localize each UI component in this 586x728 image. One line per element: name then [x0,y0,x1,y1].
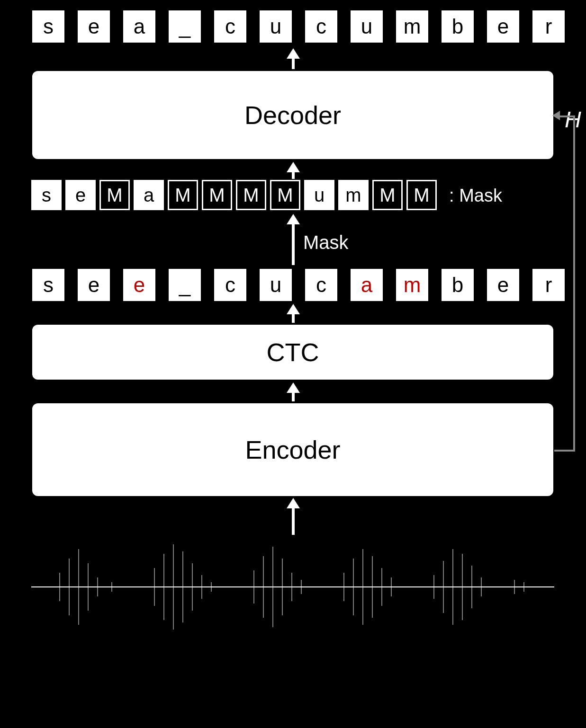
ctc-tok: c [304,268,338,302]
ctc-tok: s [31,268,65,302]
out-tok: m [395,9,429,44]
out-tok: s [31,9,65,44]
out-tok: e [77,9,111,44]
decoder-label: Decoder [244,100,341,130]
encoder-label: Encoder [245,435,340,464]
masked-tok: a [134,180,164,210]
masked-tok: s [31,180,62,210]
masked-tok: u [304,180,334,210]
mask-step-label: Mask [303,232,349,253]
arrow-up-icon [287,498,300,508]
arrow-up-icon [287,48,300,59]
masked-tok: e [65,180,96,210]
arrow-left-icon [552,111,560,120]
ctc-tok: e [486,268,520,302]
mask-legend: : Mask [449,186,502,206]
arrow-up-icon [287,162,300,172]
mask-tok: M [406,180,437,210]
audio-waveform-icon: [] [31,535,554,639]
ctc-tok: _ [168,268,202,302]
arrow-up-icon [287,304,300,314]
masked-token-row: s e M a M M M M u m M M [31,180,437,210]
masked-tok: m [338,180,369,210]
ctc-tok: b [441,268,475,302]
h-path [573,115,575,452]
ctc-output-row: s e e _ c u c a m b e r [31,268,566,302]
ctc-tok: e [77,268,111,302]
out-tok: r [532,9,566,44]
ctc-tok-error: m [395,268,429,302]
ctc-tok-error: a [350,268,384,302]
mask-tok: M [270,180,300,210]
mask-legend-text: Mask [459,186,502,205]
out-tok: c [213,9,247,44]
arrow-line [292,58,295,69]
ctc-tok: u [259,268,293,302]
arrow-line [292,506,295,535]
mask-tok: M [372,180,403,210]
arrow-up-icon [287,382,300,393]
arrow-line [292,222,295,265]
ctc-tok-error: e [122,268,156,302]
ctc-tok: c [213,268,247,302]
encoder-box: Encoder [31,402,554,497]
out-tok: _ [168,9,202,44]
ctc-tok: r [532,268,566,302]
out-tok: u [259,9,293,44]
out-tok: u [350,9,384,44]
mask-tok: M [99,180,130,210]
out-tok: a [122,9,156,44]
h-path [554,450,575,452]
decoder-box: Decoder [31,70,554,160]
arrow-up-icon [287,214,300,224]
ctc-label: CTC [267,337,319,367]
out-tok: b [441,9,475,44]
out-tok: e [486,9,520,44]
ctc-box: CTC [31,324,554,381]
mask-tok: M [168,180,198,210]
mask-tok: M [236,180,266,210]
out-tok: c [304,9,338,44]
output-token-row: s e a _ c u c u m b e r [31,9,566,44]
mask-tok: M [202,180,232,210]
